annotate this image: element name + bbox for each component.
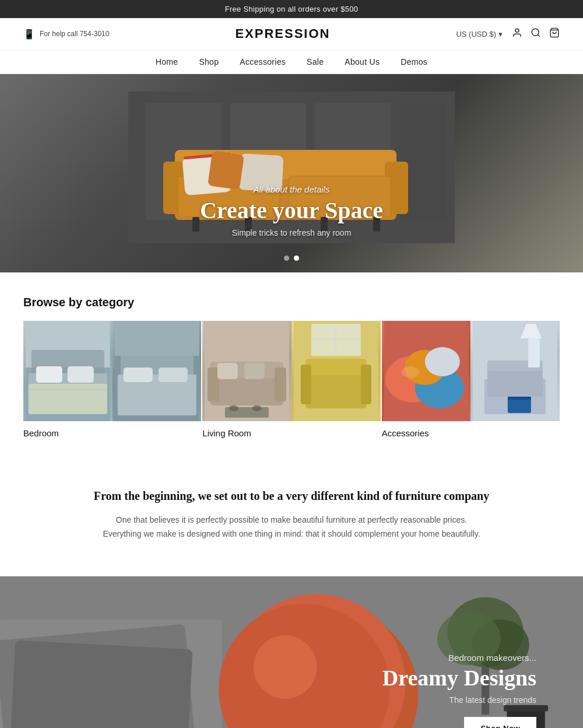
browse-accessories-images — [382, 321, 560, 421]
hero-title: Create your Space — [200, 198, 383, 223]
mission-title: From the beginning, we set out to be a v… — [58, 489, 525, 503]
browse-item-accessories[interactable]: Accessories — [382, 321, 560, 443]
bottom-banner-section: Bedroom makeovers... Dreamy Designs The … — [0, 576, 583, 728]
bedroom-svg-2 — [113, 321, 202, 421]
svg-point-46 — [229, 405, 238, 411]
nav-item-sale[interactable]: Sale — [307, 57, 324, 66]
account-icon[interactable] — [512, 27, 522, 41]
currency-chevron: ▾ — [498, 30, 503, 38]
svg-rect-30 — [29, 384, 107, 414]
hero-dot-2[interactable] — [294, 256, 299, 261]
svg-rect-83 — [504, 705, 548, 711]
hero-dot-1[interactable] — [284, 256, 289, 261]
svg-point-47 — [252, 405, 262, 411]
mission-text: One that believes it is perfectly possib… — [58, 513, 525, 541]
hero-background — [0, 74, 583, 272]
browse-item-living-room[interactable]: Living Room — [202, 321, 380, 443]
browse-item-bedroom[interactable]: Bedroom — [23, 321, 201, 443]
cart-icon[interactable] — [549, 27, 560, 41]
living-svg-2 — [292, 321, 381, 421]
site-logo[interactable]: EXPRESSION — [235, 26, 330, 41]
hero-dots — [284, 256, 299, 261]
svg-rect-16 — [192, 217, 199, 232]
hero-content: All about the details Create your Space … — [200, 184, 383, 237]
browse-accessories-label: Accessories — [382, 428, 560, 443]
browse-section: Browse by category — [0, 272, 583, 454]
bedroom-image-2 — [113, 321, 202, 421]
svg-rect-68 — [528, 338, 540, 368]
bottom-banner-svg — [0, 576, 583, 728]
hero-subtitle: All about the details — [200, 184, 383, 194]
svg-rect-42 — [275, 368, 286, 401]
svg-rect-44 — [244, 363, 265, 379]
bottom-banner-subtitle: Bedroom makeovers... — [382, 653, 536, 663]
hero-section: All about the details Create your Space … — [0, 74, 583, 272]
svg-rect-49 — [305, 370, 367, 408]
main-nav: Home Shop Accessories Sale About Us Demo… — [0, 50, 583, 74]
nav-item-demos[interactable]: Demos — [401, 57, 427, 66]
accessories-image-2 — [470, 321, 560, 421]
nav-item-accessories[interactable]: Accessories — [240, 57, 286, 66]
svg-rect-37 — [158, 368, 187, 382]
svg-line-2 — [538, 34, 539, 36]
phone-icon: 📱 — [23, 29, 35, 40]
svg-rect-51 — [301, 365, 311, 404]
browse-bedroom-images — [23, 321, 201, 421]
acc-svg-2 — [470, 321, 560, 421]
nav-item-shop[interactable]: Shop — [199, 57, 219, 66]
header: 📱 For help call 754-3010 EXPRESSION US (… — [0, 18, 583, 50]
svg-rect-64 — [487, 368, 543, 397]
svg-point-1 — [532, 29, 539, 36]
currency-selector[interactable]: US (USD $) ▾ — [456, 30, 503, 38]
bottom-banner-description: The latest design trends — [382, 695, 536, 705]
browse-living-images — [202, 321, 380, 421]
svg-point-61 — [401, 366, 419, 378]
accessories-image-1 — [382, 321, 471, 421]
search-icon[interactable] — [531, 27, 541, 41]
nav-item-home[interactable]: Home — [156, 57, 178, 66]
bottom-banner-title: Dreamy Designs — [382, 666, 536, 691]
svg-rect-50 — [305, 359, 367, 375]
bottom-banner-background — [0, 576, 583, 728]
announcement-bar: Free Shipping on all orders over $500 — [0, 0, 583, 18]
bedroom-svg-1 — [23, 321, 113, 421]
living-image-2 — [292, 321, 381, 421]
browse-title: Browse by category — [23, 296, 560, 309]
svg-point-77 — [254, 635, 317, 699]
header-help: 📱 For help call 754-3010 — [23, 29, 109, 40]
browse-bedroom-label: Bedroom — [23, 428, 201, 443]
svg-rect-43 — [217, 363, 238, 379]
svg-rect-29 — [68, 366, 94, 383]
header-right: US (USD $) ▾ — [456, 27, 560, 41]
bedroom-image-1 — [23, 321, 113, 421]
mission-line-2: Everything we make is designed with one … — [103, 529, 480, 538]
bottom-banner-button[interactable]: Shop Now — [464, 717, 536, 728]
bottom-banner-content: Bedroom makeovers... Dreamy Designs The … — [382, 653, 536, 705]
svg-rect-52 — [361, 365, 371, 404]
browse-grid: Bedroom — [23, 321, 560, 443]
svg-point-0 — [515, 29, 519, 32]
living-image-1 — [202, 321, 292, 421]
hero-description: Simple tricks to refresh any room — [200, 228, 383, 237]
currency-text: US (USD $) — [456, 30, 496, 38]
svg-rect-67 — [508, 397, 531, 400]
svg-rect-36 — [123, 368, 152, 382]
svg-rect-28 — [36, 366, 62, 383]
svg-point-60 — [424, 347, 459, 376]
living-svg-1 — [202, 321, 292, 421]
mission-line-1: One that believes it is perfectly possib… — [116, 515, 467, 524]
browse-living-label: Living Room — [202, 428, 380, 443]
nav-item-about-us[interactable]: About Us — [345, 57, 380, 66]
help-text: For help call 754-3010 — [40, 30, 109, 38]
mission-section: From the beginning, we set out to be a v… — [0, 454, 583, 576]
announcement-text: Free Shipping on all orders over $500 — [225, 5, 359, 13]
header-icons — [512, 27, 560, 41]
svg-rect-73 — [10, 640, 192, 728]
acc-svg-1 — [382, 321, 471, 421]
